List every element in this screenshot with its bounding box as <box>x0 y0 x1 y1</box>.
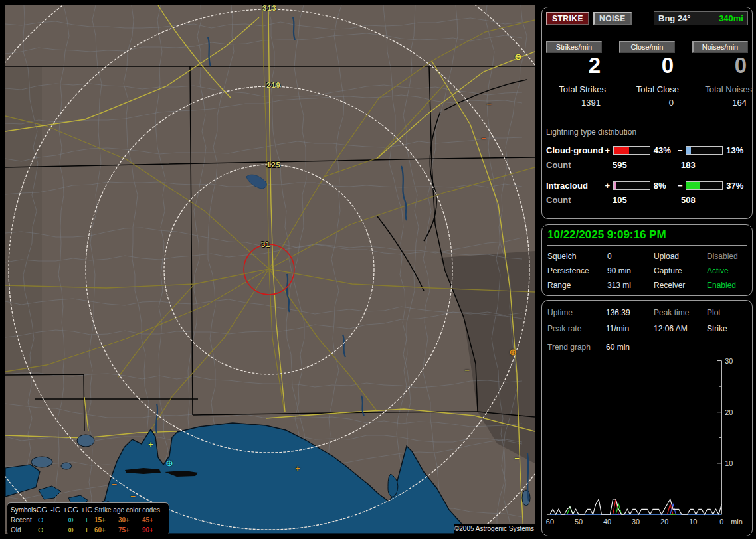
ic-positive-count: 105 <box>613 195 681 205</box>
plus-sign: + <box>604 145 611 155</box>
upload-label: Upload <box>654 252 707 261</box>
ic-negative-bar <box>686 181 723 190</box>
map-graphics <box>5 5 535 534</box>
svg-text:10: 10 <box>725 459 733 467</box>
trend-graph-value: 60 min <box>606 343 654 352</box>
minus-ic-recent-icon: − <box>48 515 62 525</box>
plus-ic-recent-icon: + <box>79 515 94 525</box>
age-30: 30+ <box>118 515 142 525</box>
uptime-label: Uptime <box>547 308 606 317</box>
age-15: 15+ <box>94 515 118 525</box>
close-per-min-button[interactable]: Close/min <box>619 41 675 53</box>
cg-positive-pct: 43% <box>652 145 677 155</box>
total-strikes-value: 1391 <box>546 98 609 108</box>
uptime-value: 136:39 <box>606 308 654 317</box>
legend-row-recent: Recent <box>11 515 33 525</box>
noises-per-min-value: 0 <box>692 54 755 78</box>
upload-value: Disabled <box>707 252 747 261</box>
intracloud-row: Intracloud + 8% − 37% <box>546 181 749 191</box>
peak-time-label: Peak time <box>654 308 707 317</box>
strikes-column: Strikes/min 2 Total Strikes 1391 <box>546 41 609 108</box>
svg-text:30: 30 <box>632 518 640 526</box>
noise-mode-button[interactable]: NOISE <box>593 12 632 25</box>
strikes-per-min-value: 2 <box>546 54 609 78</box>
distribution-title: Lightning type distribution <box>546 127 748 139</box>
cloud-ground-count-row: Count 595 183 <box>546 160 748 170</box>
plot-label: Plot <box>707 308 747 317</box>
stats-trend-panel: Uptime 136:39 Peak time Plot Peak rate 1… <box>541 300 753 536</box>
plus-cg-old-icon: ⊕ <box>62 525 79 534</box>
minus-cg-recent-icon: ⊖ <box>33 515 48 525</box>
total-close-label: Total Close <box>619 84 682 94</box>
minus-cg-old-icon: ⊖ <box>33 525 48 534</box>
legend-header-pic: +IC <box>79 505 94 515</box>
age-45: 45+ <box>142 515 165 525</box>
legend-header-ncg: -CG <box>33 505 48 515</box>
intracloud-label: Intracloud <box>546 181 604 191</box>
legend-header-nic: -IC <box>48 505 62 515</box>
plus-cg-recent-icon: ⊕ <box>62 515 79 525</box>
peak-rate-value: 11/min <box>606 324 654 333</box>
strikes-per-min-button[interactable]: Strikes/min <box>546 41 602 53</box>
capture-value: Active <box>707 266 747 275</box>
svg-text:20: 20 <box>725 408 733 416</box>
plus-ic-old-icon: + <box>79 525 94 534</box>
total-strikes-label: Total Strikes <box>546 84 609 94</box>
cloud-ground-row: Cloud-ground + 43% − 13% <box>546 145 749 155</box>
symbol-legend: Symbols -CG -IC +CG +IC Strike age color… <box>7 502 169 534</box>
status-panel: 10/22/2025 9:09:16 PM Squelch 0 Upload D… <box>541 224 753 296</box>
strike-counters-panel: STRIKE NOISE Bng 24° 340mi Strikes/min 2… <box>541 7 753 219</box>
plot-value: Strike <box>707 324 747 333</box>
close-per-min-value: 0 <box>619 54 682 78</box>
legend-symbols-label: Symbols <box>11 505 33 515</box>
cg-positive-bar <box>613 146 650 155</box>
squelch-label: Squelch <box>547 252 607 261</box>
range-label: Range <box>547 281 607 290</box>
svg-text:30: 30 <box>725 357 733 365</box>
cg-negative-pct: 13% <box>725 145 749 155</box>
close-column: Close/min 0 Total Close 0 <box>619 41 682 108</box>
range-value: 340mi <box>719 13 743 23</box>
persistence-value: 90 min <box>607 266 654 275</box>
receiver-value: Enabled <box>707 281 747 290</box>
radar-map[interactable]: 31321912531⊖−−⊕−−+⊕+−− Symbols -CG -IC +… <box>5 5 535 534</box>
peak-rate-label: Peak rate <box>547 324 606 333</box>
minus-ic-old-icon: − <box>48 525 62 534</box>
svg-text:40: 40 <box>603 518 611 526</box>
cg-negative-count: 183 <box>681 160 696 170</box>
app-window: 31321912531⊖−−⊕−−+⊕+−− Symbols -CG -IC +… <box>0 0 756 539</box>
peak-time-value: 12:06 AM <box>654 324 707 333</box>
squelch-value: 0 <box>607 252 654 261</box>
range-value: 313 mi <box>607 281 654 290</box>
svg-text:50: 50 <box>575 518 583 526</box>
svg-text:10: 10 <box>689 518 697 526</box>
count-label: Count <box>546 160 613 170</box>
cg-positive-count: 595 <box>613 160 681 170</box>
svg-text:60: 60 <box>546 518 554 526</box>
bearing-value: Bng 24° <box>658 13 691 23</box>
capture-label: Capture <box>654 266 707 275</box>
ic-negative-count: 508 <box>681 195 696 205</box>
legend-header-pcg: +CG <box>62 505 79 515</box>
total-noises-label: Total Noises <box>692 84 755 94</box>
trend-graph-label: Trend graph <box>547 343 606 352</box>
total-close-value: 0 <box>619 98 682 108</box>
intracloud-count-row: Count 105 508 <box>546 195 748 205</box>
svg-text:0: 0 <box>719 518 723 526</box>
trend-chart: 1020306050403020100min <box>542 301 752 536</box>
datetime-display: 10/22/2025 9:09:16 PM <box>547 228 747 246</box>
svg-text:20: 20 <box>660 518 668 526</box>
svg-text:min: min <box>731 518 743 526</box>
age-60: 60+ <box>94 525 118 534</box>
receiver-label: Receiver <box>654 281 707 290</box>
strike-mode-button[interactable]: STRIKE <box>546 12 589 25</box>
plus-sign: + <box>604 181 611 191</box>
cloud-ground-label: Cloud-ground <box>546 145 604 155</box>
noises-per-min-button[interactable]: Noises/min <box>692 41 748 53</box>
copyright-bar: ©2005 Astrogenic Systems <box>454 524 535 534</box>
persistence-label: Persistence <box>547 266 607 275</box>
bearing-range-display: Bng 24° 340mi <box>654 11 748 25</box>
total-noises-value: 164 <box>692 98 755 108</box>
age-75: 75+ <box>118 525 142 534</box>
minus-sign: − <box>676 181 684 191</box>
